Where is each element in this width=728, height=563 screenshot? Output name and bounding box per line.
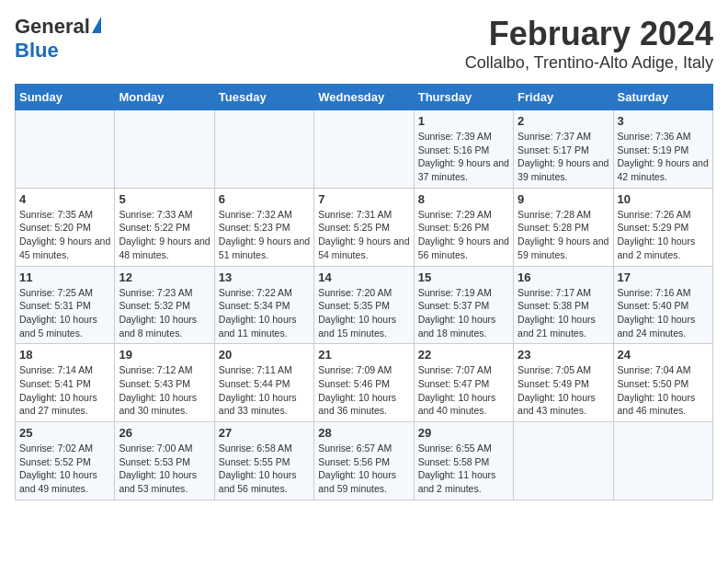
day-info: Sunrise: 7:26 AM Sunset: 5:29 PM Dayligh…	[618, 208, 709, 262]
calendar-day-cell: 11Sunrise: 7:25 AM Sunset: 5:31 PM Dayli…	[16, 266, 115, 344]
calendar-day-cell: 9Sunrise: 7:28 AM Sunset: 5:28 PM Daylig…	[514, 188, 613, 266]
day-number: 18	[19, 348, 110, 362]
day-number: 8	[418, 192, 509, 206]
calendar-day-cell: 29Sunrise: 6:55 AM Sunset: 5:58 PM Dayli…	[414, 422, 513, 500]
day-info: Sunrise: 7:29 AM Sunset: 5:26 PM Dayligh…	[418, 208, 509, 262]
day-number: 27	[219, 426, 310, 440]
calendar-day-cell: 15Sunrise: 7:19 AM Sunset: 5:37 PM Dayli…	[414, 266, 513, 344]
calendar-day-cell: 14Sunrise: 7:20 AM Sunset: 5:35 PM Dayli…	[314, 266, 414, 344]
calendar-day-cell: 8Sunrise: 7:29 AM Sunset: 5:26 PM Daylig…	[414, 188, 513, 266]
calendar-day-cell	[214, 110, 313, 189]
day-info: Sunrise: 6:55 AM Sunset: 5:58 PM Dayligh…	[418, 442, 509, 496]
day-number: 15	[418, 270, 509, 284]
weekday-header-saturday: Saturday	[613, 85, 712, 110]
calendar-day-cell: 6Sunrise: 7:32 AM Sunset: 5:23 PM Daylig…	[214, 188, 313, 266]
title-area: February 2024 Collalbo, Trentino-Alto Ad…	[465, 15, 713, 73]
calendar-week-row: 4Sunrise: 7:35 AM Sunset: 5:20 PM Daylig…	[16, 188, 713, 266]
day-info: Sunrise: 7:02 AM Sunset: 5:52 PM Dayligh…	[19, 442, 110, 496]
day-info: Sunrise: 6:58 AM Sunset: 5:55 PM Dayligh…	[219, 442, 310, 496]
day-number: 1	[418, 114, 509, 128]
calendar-day-cell: 12Sunrise: 7:23 AM Sunset: 5:32 PM Dayli…	[115, 266, 214, 344]
day-number: 22	[418, 348, 509, 362]
calendar-week-row: 18Sunrise: 7:14 AM Sunset: 5:41 PM Dayli…	[16, 344, 713, 422]
calendar-day-cell: 10Sunrise: 7:26 AM Sunset: 5:29 PM Dayli…	[613, 188, 712, 266]
calendar-day-cell: 5Sunrise: 7:33 AM Sunset: 5:22 PM Daylig…	[115, 188, 214, 266]
calendar-week-row: 25Sunrise: 7:02 AM Sunset: 5:52 PM Dayli…	[16, 422, 713, 500]
calendar-title: February 2024	[465, 15, 713, 53]
day-info: Sunrise: 7:22 AM Sunset: 5:34 PM Dayligh…	[219, 286, 310, 340]
calendar-day-cell: 25Sunrise: 7:02 AM Sunset: 5:52 PM Dayli…	[16, 422, 115, 500]
day-info: Sunrise: 7:36 AM Sunset: 5:19 PM Dayligh…	[618, 130, 709, 184]
logo-general-text: General	[15, 15, 90, 39]
day-number: 3	[618, 114, 709, 128]
day-info: Sunrise: 7:11 AM Sunset: 5:44 PM Dayligh…	[219, 363, 310, 418]
day-info: Sunrise: 7:39 AM Sunset: 5:16 PM Dayligh…	[418, 130, 509, 184]
calendar-day-cell: 4Sunrise: 7:35 AM Sunset: 5:20 PM Daylig…	[16, 188, 115, 266]
day-number: 21	[318, 348, 409, 362]
calendar-day-cell: 17Sunrise: 7:16 AM Sunset: 5:40 PM Dayli…	[613, 266, 712, 344]
calendar-day-cell: 20Sunrise: 7:11 AM Sunset: 5:44 PM Dayli…	[214, 344, 313, 422]
calendar-day-cell: 24Sunrise: 7:04 AM Sunset: 5:50 PM Dayli…	[613, 344, 712, 422]
day-number: 20	[219, 348, 310, 362]
calendar-day-cell: 23Sunrise: 7:05 AM Sunset: 5:49 PM Dayli…	[514, 344, 613, 422]
day-info: Sunrise: 7:07 AM Sunset: 5:47 PM Dayligh…	[418, 363, 509, 418]
day-number: 13	[219, 270, 310, 284]
day-info: Sunrise: 7:20 AM Sunset: 5:35 PM Dayligh…	[318, 286, 409, 340]
day-number: 5	[119, 192, 210, 206]
calendar-day-cell	[16, 110, 115, 189]
logo: General Blue	[15, 15, 101, 63]
day-info: Sunrise: 7:12 AM Sunset: 5:43 PM Dayligh…	[119, 363, 210, 418]
day-info: Sunrise: 7:00 AM Sunset: 5:53 PM Dayligh…	[119, 442, 210, 496]
weekday-header-monday: Monday	[115, 85, 214, 110]
weekday-header-sunday: Sunday	[16, 85, 115, 110]
calendar-week-row: 1Sunrise: 7:39 AM Sunset: 5:16 PM Daylig…	[16, 110, 713, 189]
logo-blue-text: Blue	[15, 39, 59, 63]
calendar-day-cell	[514, 422, 613, 500]
day-info: Sunrise: 7:25 AM Sunset: 5:31 PM Dayligh…	[19, 286, 110, 340]
day-info: Sunrise: 7:04 AM Sunset: 5:50 PM Dayligh…	[618, 363, 709, 418]
calendar-header-row: SundayMondayTuesdayWednesdayThursdayFrid…	[16, 85, 713, 110]
day-number: 19	[119, 348, 210, 362]
calendar-day-cell: 28Sunrise: 6:57 AM Sunset: 5:56 PM Dayli…	[314, 422, 414, 500]
day-number: 25	[19, 426, 110, 440]
day-number: 6	[219, 192, 310, 206]
weekday-header-tuesday: Tuesday	[214, 85, 313, 110]
day-info: Sunrise: 7:19 AM Sunset: 5:37 PM Dayligh…	[418, 286, 509, 340]
calendar-day-cell: 22Sunrise: 7:07 AM Sunset: 5:47 PM Dayli…	[414, 344, 513, 422]
day-number: 26	[119, 426, 210, 440]
day-number: 4	[19, 192, 110, 206]
day-number: 17	[618, 270, 709, 284]
day-info: Sunrise: 7:35 AM Sunset: 5:20 PM Dayligh…	[19, 208, 110, 262]
calendar-day-cell	[115, 110, 214, 189]
calendar-week-row: 11Sunrise: 7:25 AM Sunset: 5:31 PM Dayli…	[16, 266, 713, 344]
day-number: 9	[518, 192, 609, 206]
calendar-day-cell: 18Sunrise: 7:14 AM Sunset: 5:41 PM Dayli…	[16, 344, 115, 422]
day-info: Sunrise: 7:17 AM Sunset: 5:38 PM Dayligh…	[518, 286, 609, 340]
weekday-header-wednesday: Wednesday	[314, 85, 414, 110]
day-info: Sunrise: 7:09 AM Sunset: 5:46 PM Dayligh…	[318, 363, 409, 418]
day-number: 14	[318, 270, 409, 284]
calendar-day-cell	[613, 422, 712, 500]
calendar-day-cell: 27Sunrise: 6:58 AM Sunset: 5:55 PM Dayli…	[214, 422, 313, 500]
header: General Blue February 2024 Collalbo, Tre…	[15, 15, 713, 73]
calendar-day-cell: 19Sunrise: 7:12 AM Sunset: 5:43 PM Dayli…	[115, 344, 214, 422]
calendar-day-cell: 2Sunrise: 7:37 AM Sunset: 5:17 PM Daylig…	[514, 110, 613, 189]
day-info: Sunrise: 7:16 AM Sunset: 5:40 PM Dayligh…	[618, 286, 709, 340]
calendar-day-cell: 16Sunrise: 7:17 AM Sunset: 5:38 PM Dayli…	[514, 266, 613, 344]
calendar-table: SundayMondayTuesdayWednesdayThursdayFrid…	[15, 84, 713, 500]
weekday-header-thursday: Thursday	[414, 85, 513, 110]
calendar-day-cell: 13Sunrise: 7:22 AM Sunset: 5:34 PM Dayli…	[214, 266, 313, 344]
day-number: 7	[318, 192, 409, 206]
day-info: Sunrise: 7:23 AM Sunset: 5:32 PM Dayligh…	[119, 286, 210, 340]
day-info: Sunrise: 7:32 AM Sunset: 5:23 PM Dayligh…	[219, 208, 310, 262]
calendar-day-cell: 26Sunrise: 7:00 AM Sunset: 5:53 PM Dayli…	[115, 422, 214, 500]
day-info: Sunrise: 7:33 AM Sunset: 5:22 PM Dayligh…	[119, 208, 210, 262]
calendar-day-cell: 7Sunrise: 7:31 AM Sunset: 5:25 PM Daylig…	[314, 188, 414, 266]
day-number: 28	[318, 426, 409, 440]
calendar-day-cell: 21Sunrise: 7:09 AM Sunset: 5:46 PM Dayli…	[314, 344, 414, 422]
calendar-day-cell: 3Sunrise: 7:36 AM Sunset: 5:19 PM Daylig…	[613, 110, 712, 189]
day-number: 12	[119, 270, 210, 284]
logo-triangle-icon	[92, 17, 101, 33]
day-info: Sunrise: 6:57 AM Sunset: 5:56 PM Dayligh…	[318, 442, 409, 496]
day-number: 10	[618, 192, 709, 206]
